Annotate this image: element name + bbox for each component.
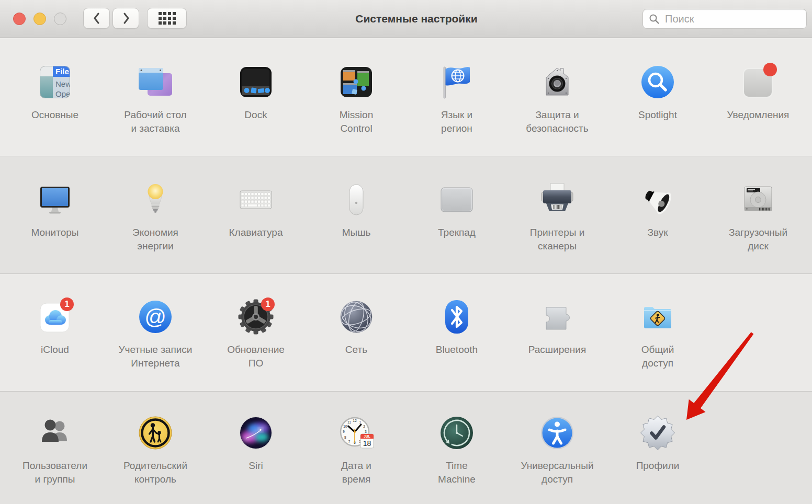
pref-item-sound[interactable]: Звук [607, 156, 708, 273]
grid-icon [159, 12, 176, 25]
show-all-button[interactable] [147, 8, 187, 29]
pref-item-language-region[interactable]: Язык и регион [407, 38, 507, 156]
pref-item-label: Spotlight [638, 108, 677, 122]
pref-item-label: Универсальный доступ [521, 459, 593, 486]
pref-item-users-groups[interactable]: Пользователи и группы [5, 392, 105, 504]
search-field[interactable] [642, 9, 807, 29]
svg-text:12: 12 [353, 419, 357, 422]
svg-text:11: 11 [347, 420, 351, 424]
pref-item-label: Time Machine [438, 459, 476, 486]
pref-item-parental-controls[interactable]: Родительский контроль [105, 392, 206, 504]
software-update-icon: 1 [236, 297, 276, 337]
pref-item-spotlight[interactable]: Spotlight [607, 38, 708, 156]
notifications-icon [738, 62, 778, 102]
language-region-icon [437, 62, 477, 102]
internet-accounts-icon: @ [136, 297, 175, 337]
pref-item-label: Обновление ПО [227, 343, 285, 370]
mission-control-icon [336, 62, 376, 102]
pref-item-accessibility[interactable]: Универсальный доступ [507, 392, 607, 504]
pref-item-sharing[interactable]: Общий доступ [607, 274, 708, 391]
pref-item-bluetooth[interactable]: Bluetooth [407, 274, 507, 391]
extensions-icon [537, 297, 577, 337]
pref-item-security-privacy[interactable]: Защита и безопасность [507, 38, 607, 156]
notification-badge: 1 [261, 297, 275, 311]
dock-icon [236, 62, 276, 102]
sharing-icon [638, 297, 678, 337]
parental-controls-icon [136, 413, 175, 453]
pref-item-icloud[interactable]: 1iCloud [5, 274, 105, 391]
pref-item-label: Мониторы [31, 226, 79, 239]
svg-text:10: 10 [343, 425, 347, 428]
pref-item-label: Профили [636, 459, 680, 473]
pref-item-desktop-screensaver[interactable]: Рабочий стол и заставка [105, 38, 206, 156]
pref-item-siri[interactable]: Siri [206, 392, 306, 504]
icloud-icon: 1 [35, 297, 75, 337]
profiles-icon [638, 413, 678, 453]
pref-item-label: Пользователи и группы [22, 459, 87, 486]
pref-item-energy-saver[interactable]: Экономия энергии [105, 156, 206, 273]
date-time-icon: 123456789101112JUL18 [336, 413, 376, 453]
svg-text:1: 1 [359, 420, 362, 424]
pref-item-profiles[interactable]: Профили [607, 392, 708, 504]
preferences-row-1: FileNewOpeОсновныеРабочий стол и заставк… [0, 38, 812, 156]
keyboard-icon [236, 180, 276, 220]
svg-text:18: 18 [363, 439, 371, 448]
spotlight-icon [638, 62, 678, 102]
pref-item-label: Мышь [342, 226, 371, 239]
pref-item-mission-control[interactable]: Mission Control [306, 38, 407, 156]
pref-item-network[interactable]: Сеть [306, 274, 407, 391]
printers-scanners-icon [537, 180, 577, 220]
pref-item-startup-disk[interactable]: Загрузочный диск [708, 156, 808, 273]
notification-badge: 1 [60, 297, 74, 311]
pref-item-time-machine[interactable]: Time Machine [407, 392, 507, 504]
pref-item-printers-scanners[interactable]: Принтеры и сканеры [507, 156, 607, 273]
minimize-button[interactable] [33, 13, 46, 25]
window-title: Системные настройки [199, 0, 634, 38]
network-icon [336, 297, 376, 337]
pref-item-label: Трекпад [438, 226, 476, 239]
chevron-left-icon [92, 12, 102, 25]
preferences-row-4: Пользователи и группыРодительский контро… [0, 391, 812, 504]
pref-item-internet-accounts[interactable]: @Учетные записи Интернета [105, 274, 206, 391]
pref-item-date-time[interactable]: 123456789101112JUL18Дата и время [306, 392, 407, 504]
chevron-right-icon [121, 12, 131, 25]
pref-item-label: Учетные записи Интернета [119, 343, 193, 370]
back-button[interactable] [83, 8, 110, 29]
pref-item-general[interactable]: FileNewOpeОсновные [5, 38, 105, 156]
close-button[interactable] [13, 13, 26, 25]
search-input[interactable] [664, 13, 800, 26]
pref-item-notifications[interactable]: Уведомления [708, 38, 808, 156]
titlebar: Системные настройки [0, 0, 812, 38]
security-privacy-icon [537, 62, 577, 102]
pref-item-trackpad[interactable]: Трекпад [407, 156, 507, 273]
pref-item-software-update[interactable]: 1Обновление ПО [206, 274, 306, 391]
pref-item-label: Рабочий стол и заставка [124, 108, 186, 135]
pref-item-label: Клавиатура [229, 226, 283, 239]
energy-saver-icon [136, 180, 175, 220]
forward-button[interactable] [112, 8, 139, 29]
pref-item-extensions[interactable]: Расширения [507, 274, 607, 391]
pref-item-label: Загрузочный диск [729, 226, 787, 253]
pref-item-dock[interactable]: Dock [206, 38, 306, 156]
pref-item-keyboard[interactable]: Клавиатура [206, 156, 306, 273]
traffic-lights [13, 13, 66, 25]
pref-item-label: Dock [244, 108, 267, 122]
pref-item-label: Язык и регион [441, 108, 472, 135]
svg-text:9: 9 [343, 430, 345, 433]
svg-text:3: 3 [365, 430, 367, 433]
users-groups-icon [35, 413, 75, 453]
preferences-row-3: 1iCloud@Учетные записи Интернета1Обновле… [0, 273, 812, 391]
search-icon [649, 14, 660, 25]
preferences-row-2: МониторыЭкономия энергииКлавиатураМышьТр… [0, 156, 812, 273]
pref-item-label: Родительский контроль [123, 459, 187, 486]
pref-item-label: Звук [648, 226, 668, 239]
svg-text:File: File [55, 67, 69, 76]
sound-icon [638, 180, 678, 220]
pref-item-label: Основные [31, 108, 78, 122]
pref-item-displays[interactable]: Мониторы [5, 156, 105, 273]
svg-text:7: 7 [348, 440, 351, 443]
pref-item-label: Bluetooth [436, 343, 478, 357]
pref-item-label: Уведомления [727, 108, 790, 122]
pref-item-mouse[interactable]: Мышь [306, 156, 407, 273]
accessibility-icon [537, 413, 577, 453]
